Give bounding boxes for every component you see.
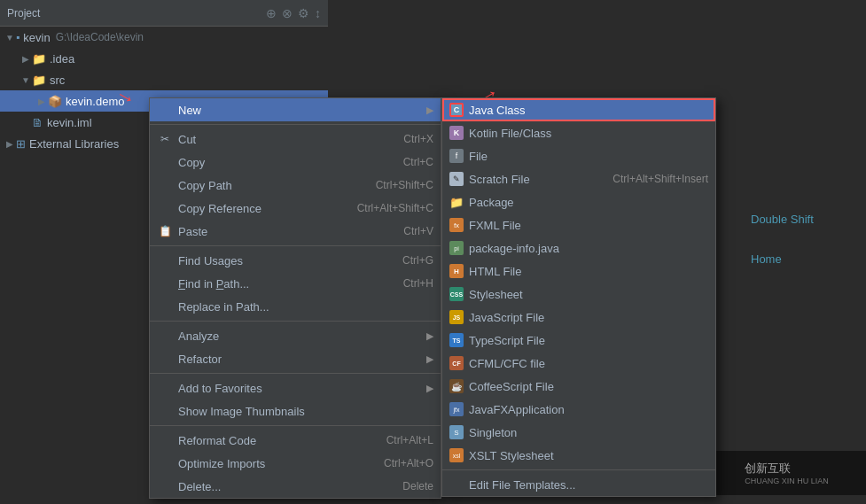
package-icon: 📦 [48, 95, 62, 108]
submenu-item-fxml[interactable]: fx FXML File [442, 213, 715, 236]
paste-icon: 📋 [157, 225, 173, 237]
submenu-html-label: HTML File [469, 265, 708, 278]
submenu-item-java-class[interactable]: C Java Class [442, 98, 715, 121]
coffee-icon: ☕ [449, 379, 464, 393]
menu-item-analyze-label: Analyze [178, 330, 426, 343]
html-icon: H [449, 264, 464, 278]
collapse-icon[interactable]: ⊗ [282, 6, 293, 20]
separator [150, 124, 441, 125]
gear-icon[interactable]: ⚙ [298, 6, 309, 20]
idea-label: .idea [50, 52, 74, 66]
submenu-js-label: JavaScript File [469, 311, 708, 324]
separator [150, 425, 441, 426]
double-shift-hint: Double Shift [751, 213, 814, 226]
menu-item-optimize[interactable]: Optimize Imports Ctrl+Alt+O [150, 452, 441, 475]
kotlin-icon: K [449, 126, 464, 140]
expand-arrow: ▼ [4, 31, 16, 43]
folder-icon: 📁 [32, 52, 46, 66]
submenu-new: C Java Class K Kotlin File/Class f File … [441, 97, 716, 497]
sync-icon[interactable]: ⊕ [266, 6, 277, 20]
menu-item-new[interactable]: New ▶ [150, 98, 441, 121]
find-path-shortcut: Ctrl+H [403, 277, 433, 290]
menu-item-show-thumbnails[interactable]: Show Image Thumbnails [150, 399, 441, 423]
submenu-item-cfml[interactable]: CF CFML/CFC file [442, 352, 715, 375]
submenu-item-pkginfo[interactable]: pi package-info.java [442, 236, 715, 260]
submenu-coffee-label: CoffeeScript File [469, 380, 708, 393]
menu-item-replace-in-path[interactable]: Replace in Path... [150, 295, 441, 318]
submenu-singleton-label: Singleton [469, 426, 708, 439]
submenu-item-package[interactable]: 📁 Package [442, 190, 715, 213]
menu-item-optimize-label: Optimize Imports [178, 457, 366, 470]
menu-item-refactor-label: Refactor [178, 353, 426, 366]
project-header-icons: ⊕ ⊗ ⚙ ↕ [266, 6, 321, 20]
separator [150, 245, 441, 246]
copy-path-shortcut: Ctrl+Shift+C [376, 179, 433, 191]
menu-item-delete[interactable]: Delete... Delete [150, 475, 441, 498]
submenu-javafx-label: JavaFXApplication [469, 403, 708, 416]
menu-item-cut[interactable]: ✂ Cut Ctrl+X [150, 128, 441, 151]
paste-shortcut: Ctrl+V [403, 225, 433, 237]
java-class-icon: C [449, 103, 464, 117]
submenu-item-scratch[interactable]: ✎ Scratch File Ctrl+Alt+Shift+Insert [442, 167, 715, 190]
tree-item-src[interactable]: ▼ 📁 src [0, 69, 328, 90]
menu-item-reformat[interactable]: Reformat Code Ctrl+Alt+L [150, 429, 441, 452]
submenu-arrow: ▶ [426, 330, 433, 342]
submenu-item-coffee[interactable]: ☕ CoffeeScript File [442, 375, 715, 398]
menu-item-copy[interactable]: Copy Ctrl+C [150, 151, 441, 174]
sort-icon[interactable]: ↕ [315, 6, 321, 20]
scratch-shortcut: Ctrl+Alt+Shift+Insert [612, 173, 708, 185]
home-hint: Home [751, 252, 782, 266]
reformat-shortcut: Ctrl+Alt+L [386, 434, 433, 446]
tree-item-idea[interactable]: ▶ 📁 .idea [0, 48, 328, 69]
watermark-line2: CHUANG XIN HU LIAN [745, 477, 829, 485]
pkginfo-icon: pi [449, 241, 464, 255]
menu-item-add-favorites[interactable]: Add to Favorites ▶ [150, 376, 441, 399]
separator [442, 469, 715, 470]
menu-item-refactor[interactable]: Refactor ▶ [150, 347, 441, 370]
menu-item-find-in-path[interactable]: Find in Path... Ctrl+H [150, 272, 441, 295]
submenu-item-css[interactable]: CSS Stylesheet [442, 283, 715, 306]
submenu-cfml-label: CFML/CFC file [469, 357, 708, 370]
file-icon: 🗎 [32, 116, 43, 129]
submenu-item-javafx[interactable]: jfx JavaFXApplication [442, 398, 715, 421]
menu-item-copy-path[interactable]: Copy Path Ctrl+Shift+C [150, 174, 441, 197]
watermark: 创新互联 CHUANG XIN HU LIAN [706, 451, 866, 495]
expand-arrow: ▼ [20, 74, 32, 86]
cut-icon: ✂ [157, 133, 173, 145]
menu-item-favorites-label: Add to Favorites [178, 382, 426, 395]
css-icon: CSS [449, 287, 464, 301]
submenu-item-html[interactable]: H HTML File [442, 260, 715, 283]
scratch-icon: ✎ [449, 172, 464, 186]
kevin-demo-label: kevin.demo [66, 95, 124, 108]
right-panel: Double Shift Home [742, 0, 866, 504]
ts-icon: TS [449, 333, 464, 347]
kevin-iml-label: kevin.iml [47, 116, 92, 129]
menu-item-copy-path-label: Copy Path [178, 179, 358, 192]
submenu-item-kotlin[interactable]: K Kotlin File/Class [442, 121, 715, 144]
src-label: src [50, 74, 65, 87]
menu-item-copy-label: Copy [178, 156, 386, 169]
submenu-item-edit-templates[interactable]: Edit File Templates... [442, 473, 715, 496]
menu-item-find-usages[interactable]: Find Usages Ctrl+G [150, 249, 441, 272]
copy-ref-shortcut: Ctrl+Alt+Shift+C [357, 202, 433, 214]
kevin-path: G:\IdeaCode\kevin [56, 31, 144, 43]
submenu-file-label: File [469, 150, 708, 163]
package-icon: 📁 [449, 195, 464, 209]
cf-icon: CF [449, 356, 464, 370]
project-header: Project ⊕ ⊗ ⚙ ↕ [0, 0, 328, 27]
submenu-item-ts[interactable]: TS TypeScript File [442, 329, 715, 352]
menu-item-copy-reference[interactable]: Copy Reference Ctrl+Alt+Shift+C [150, 197, 441, 220]
menu-item-replace-label: Replace in Path... [178, 300, 433, 314]
menu-item-thumbnails-label: Show Image Thumbnails [178, 405, 433, 418]
submenu-item-file[interactable]: f File [442, 144, 715, 167]
tree-item-kevin[interactable]: ▼ ▪ kevin G:\IdeaCode\kevin [0, 27, 328, 48]
menu-item-analyze[interactable]: Analyze ▶ [150, 324, 441, 347]
kevin-label: kevin [23, 31, 50, 44]
project-title: Project [7, 7, 266, 19]
menu-item-paste[interactable]: 📋 Paste Ctrl+V [150, 220, 441, 243]
cut-shortcut: Ctrl+X [403, 133, 433, 145]
submenu-item-singleton[interactable]: S Singleton [442, 421, 715, 444]
ext-lib-icon: ⊞ [16, 137, 26, 151]
submenu-item-xslt[interactable]: xsl XSLT Stylesheet [442, 444, 715, 467]
submenu-item-js[interactable]: JS JavaScript File [442, 306, 715, 329]
